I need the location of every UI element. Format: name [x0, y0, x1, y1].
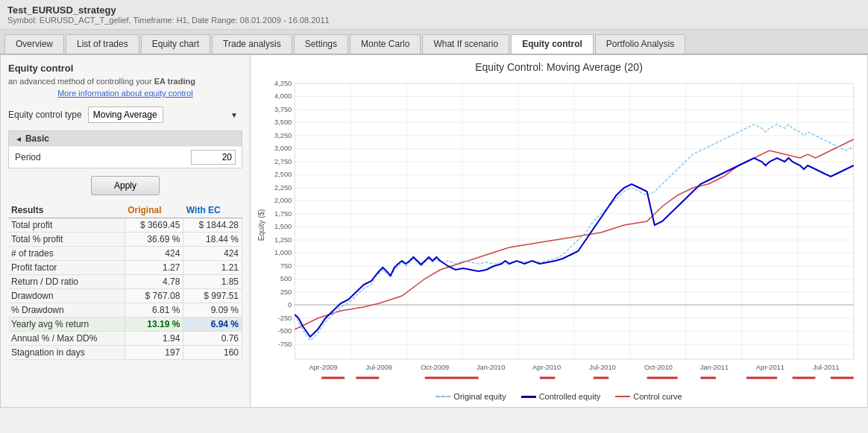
- tab-what-if[interactable]: What If scenario: [422, 34, 509, 54]
- svg-text:750: 750: [280, 262, 292, 270]
- svg-text:Jul-2010: Jul-2010: [589, 364, 615, 371]
- tab-portfolio-analysis[interactable]: Portfolio Analysis: [595, 34, 685, 54]
- table-row: Return / DD ratio4.781.85: [8, 275, 242, 289]
- original-line-legend: [435, 396, 450, 397]
- svg-text:1,500: 1,500: [274, 224, 292, 231]
- controlled-line-legend: [521, 396, 536, 398]
- table-row: # of trades424424: [8, 247, 242, 261]
- chart-legend: Original equity Controlled equity Contro…: [257, 392, 861, 401]
- table-row: Drawdown$ 767.08$ 997.51: [8, 289, 242, 303]
- table-row: Annual % / Max DD%1.940.76: [8, 332, 242, 346]
- svg-text:Jul-2009: Jul-2009: [366, 364, 392, 371]
- svg-text:250: 250: [280, 288, 292, 296]
- with-ec-header: With EC: [183, 203, 242, 218]
- svg-text:500: 500: [280, 276, 292, 283]
- result-label: Stagnation in days: [8, 346, 125, 360]
- svg-text:3,000: 3,000: [274, 145, 292, 153]
- svg-text:Apr-2011: Apr-2011: [756, 364, 784, 371]
- tab-monte-carlo[interactable]: Monte Carlo: [350, 34, 421, 54]
- period-label: Period: [15, 152, 191, 162]
- with-ec-value: 160: [183, 346, 242, 360]
- basic-section: ◄ Basic Period: [8, 130, 242, 168]
- original-value: 13.19 %: [125, 317, 183, 332]
- collapse-arrow[interactable]: ◄: [15, 135, 22, 143]
- tab-trade-analysis[interactable]: Trade analysis: [212, 34, 292, 54]
- svg-text:Apr-2009: Apr-2009: [309, 364, 337, 371]
- svg-text:1,250: 1,250: [274, 236, 292, 244]
- svg-text:-750: -750: [278, 341, 292, 348]
- original-value: 36.69 %: [125, 233, 183, 247]
- tab-overview[interactable]: Overview: [4, 34, 64, 54]
- more-info-link[interactable]: More information about equity control: [8, 89, 242, 98]
- svg-text:3,500: 3,500: [274, 119, 292, 127]
- result-label: Total profit: [8, 218, 125, 233]
- svg-text:Jan-2011: Jan-2011: [700, 364, 729, 371]
- with-ec-value: 0.76: [183, 332, 242, 346]
- table-row: Total profit$ 3669.45$ 1844.28: [8, 218, 242, 233]
- table-row: Total % profit36.69 %18.44 %: [8, 233, 242, 247]
- result-label: Yearly avg % return: [8, 317, 125, 332]
- svg-text:Apr-2010: Apr-2010: [532, 364, 561, 371]
- svg-text:4,250: 4,250: [274, 80, 292, 87]
- period-input[interactable]: [191, 150, 236, 165]
- control-type-label: Equity control type: [8, 110, 82, 120]
- result-label: % Drawdown: [8, 303, 125, 317]
- control-curve-legend-label: Control curve: [633, 392, 682, 401]
- svg-text:2,000: 2,000: [274, 197, 292, 205]
- original-value: 424: [125, 247, 183, 261]
- table-row: Stagnation in days197160: [8, 346, 242, 360]
- results-table: Results Original With EC Total profit$ 3…: [8, 203, 242, 360]
- tab-settings[interactable]: Settings: [294, 34, 348, 54]
- table-row: Yearly avg % return13.19 %6.94 %: [8, 317, 242, 332]
- svg-text:-500: -500: [278, 328, 292, 335]
- result-label: Return / DD ratio: [8, 275, 125, 289]
- control-curve-legend: [615, 396, 630, 397]
- table-row: % Drawdown6.81 %9.09 %: [8, 303, 242, 317]
- original-value: 1.27: [125, 261, 183, 275]
- legend-controlled: Controlled equity: [521, 392, 601, 401]
- original-value: 1.94: [125, 332, 183, 346]
- result-label: Total % profit: [8, 233, 125, 247]
- with-ec-value: 9.09 %: [183, 303, 242, 317]
- original-value: 6.81 %: [125, 303, 183, 317]
- tab-bar: OverviewList of tradesEquity chartTrade …: [0, 30, 868, 54]
- left-panel: Equity control an advanced method of con…: [1, 55, 251, 407]
- chart-title: Equity Control: Moving Average (20): [257, 61, 861, 73]
- with-ec-value: 18.44 %: [183, 233, 242, 247]
- tab-list-of-trades[interactable]: List of trades: [66, 34, 139, 54]
- equity-control-heading: Equity control: [8, 63, 242, 74]
- original-legend-label: Original equity: [453, 392, 506, 401]
- legend-original: Original equity: [435, 392, 506, 401]
- basic-header: ◄ Basic: [9, 131, 242, 146]
- svg-text:-250: -250: [278, 315, 292, 322]
- title-bar: Test_EURUSD_strategy Symbol: EURUSD_ACT_…: [0, 0, 868, 30]
- original-header: Original: [125, 203, 183, 218]
- chart-svg: 4,250 4,000 3,750 3,500 3,250 3,000 2,75…: [257, 76, 861, 389]
- tab-equity-control[interactable]: Equity control: [511, 34, 594, 54]
- svg-text:3,250: 3,250: [274, 132, 292, 139]
- svg-text:0: 0: [288, 302, 292, 309]
- equity-control-subtitle: an advanced method of controlling your E…: [8, 77, 242, 86]
- apply-button[interactable]: Apply: [91, 176, 160, 195]
- subtitle: Symbol: EURUSD_ACT_T_gelief, Timeframe: …: [7, 16, 861, 25]
- original-value: $ 767.08: [125, 289, 183, 303]
- svg-text:2,500: 2,500: [274, 171, 292, 179]
- svg-text:Oct-2010: Oct-2010: [644, 364, 673, 371]
- svg-text:3,750: 3,750: [274, 106, 292, 113]
- controlled-legend-label: Controlled equity: [539, 392, 601, 401]
- result-label: Drawdown: [8, 289, 125, 303]
- tab-equity-chart[interactable]: Equity chart: [141, 34, 210, 54]
- result-label: # of trades: [8, 247, 125, 261]
- with-ec-value: 1.21: [183, 261, 242, 275]
- with-ec-value: 6.94 %: [183, 317, 242, 332]
- results-header: Results: [8, 203, 125, 218]
- control-type-select[interactable]: Moving Average RSI Stochastic: [88, 107, 163, 123]
- table-row: Profit factor1.271.21: [8, 261, 242, 275]
- svg-text:Jan-2010: Jan-2010: [477, 364, 505, 371]
- svg-text:1,000: 1,000: [274, 250, 292, 257]
- page-title: Test_EURUSD_strategy: [7, 4, 861, 16]
- basic-label: Basic: [25, 133, 49, 144]
- svg-text:4,000: 4,000: [274, 93, 292, 101]
- right-panel: Equity Control: Moving Average (20): [251, 55, 867, 407]
- result-label: Annual % / Max DD%: [8, 332, 125, 346]
